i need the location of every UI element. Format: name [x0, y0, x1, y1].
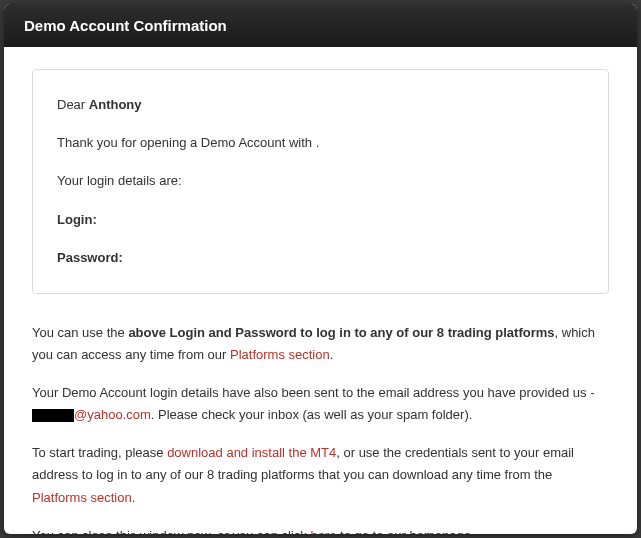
modal-content: Dear Anthony Thank you for opening a Dem…	[4, 47, 637, 534]
download-paragraph: To start trading, please download and in…	[32, 442, 609, 508]
platforms-section-link[interactable]: Platforms section	[230, 347, 330, 362]
login-field: Login:	[57, 211, 584, 229]
download-mt4-link[interactable]: download and install the MT4	[167, 445, 336, 460]
email-address: @yahoo.com	[74, 407, 151, 422]
platforms-paragraph: You can use the above Login and Password…	[32, 322, 609, 366]
modal-title: Demo Account Confirmation	[24, 17, 227, 34]
email-paragraph: Your Demo Account login details have als…	[32, 382, 609, 426]
details-intro: Your login details are:	[57, 172, 584, 190]
greeting-line: Dear Anthony	[57, 96, 584, 114]
body-text: You can use the above Login and Password…	[32, 322, 609, 534]
modal-header: Demo Account Confirmation	[4, 4, 637, 47]
close-paragraph: You can close this window now, or you ca…	[32, 525, 609, 534]
homepage-link[interactable]: here	[310, 528, 336, 534]
redacted-email-prefix	[32, 409, 74, 422]
confirmation-modal: Demo Account Confirmation Dear Anthony T…	[4, 4, 637, 534]
platforms-section-link-2[interactable]: Platforms section	[32, 490, 132, 505]
login-details-box: Dear Anthony Thank you for opening a Dem…	[32, 69, 609, 294]
user-name: Anthony	[89, 97, 142, 112]
thank-you-line: Thank you for opening a Demo Account wit…	[57, 134, 584, 152]
password-field: Password:	[57, 249, 584, 267]
